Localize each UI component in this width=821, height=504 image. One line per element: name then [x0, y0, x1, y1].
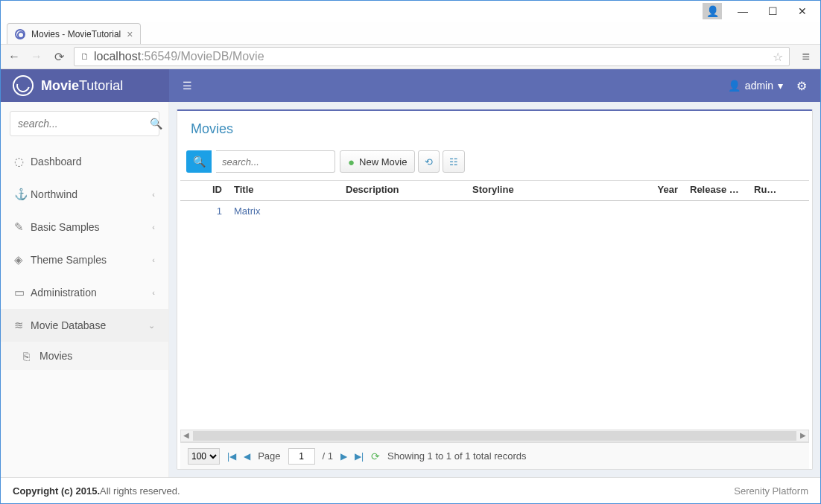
- page-input[interactable]: [288, 448, 315, 465]
- sidebar-item-label: Movie Database: [31, 319, 148, 331]
- user-menu[interactable]: 👤 admin ▾: [728, 80, 783, 92]
- col-year[interactable]: Year: [638, 181, 684, 200]
- bookmark-star-icon[interactable]: ☆: [773, 50, 783, 64]
- grid-search-input[interactable]: [216, 150, 335, 173]
- url-text: localhost:56549/MovieDB/Movie: [94, 50, 264, 63]
- pager-refresh-icon[interactable]: ⟳: [371, 450, 380, 462]
- app-footer: Copyright (c) 2015. All rights reserved.…: [1, 478, 820, 503]
- chevron-down-icon: ⌄: [148, 321, 155, 331]
- pager-next-icon[interactable]: ▶: [340, 451, 347, 462]
- grid-horizontal-scrollbar[interactable]: [180, 430, 809, 442]
- sidebar-search[interactable]: 🔍: [10, 111, 159, 136]
- pager-status: Showing 1 to 1 of 1 total records: [387, 450, 526, 462]
- sidebar-item-administration[interactable]: ▭ Administration ‹: [1, 276, 168, 309]
- caret-down-icon: ▾: [778, 80, 783, 92]
- browser-toolbar: ← → ⟳ 🗋 localhost:56549/MovieDB/Movie ☆ …: [1, 44, 820, 69]
- cell-title: Matrix: [228, 202, 340, 220]
- table-row[interactable]: 1 Matrix: [180, 201, 809, 220]
- sidebar-item-dashboard[interactable]: ◌ Dashboard: [1, 145, 168, 178]
- sidebar-item-theme-samples[interactable]: ◈ Theme Samples ‹: [1, 243, 168, 276]
- user-icon: 👤: [728, 80, 741, 92]
- chevron-left-icon: ‹: [152, 288, 155, 297]
- copyright-rest: All rights reserved.: [100, 485, 180, 497]
- nav-reload-button[interactable]: ⟳: [51, 50, 66, 64]
- nav-back-button[interactable]: ←: [7, 50, 22, 63]
- col-runtime[interactable]: Runtime: [748, 181, 788, 200]
- sidebar-search-input[interactable]: [18, 118, 150, 130]
- movies-panel: Movies 🔍 ● New Movie ⟲ ☷: [177, 109, 813, 470]
- cell-description: [340, 208, 466, 214]
- cell-runtime: [748, 208, 788, 214]
- page-size-select[interactable]: 100: [188, 448, 220, 465]
- new-movie-label: New Movie: [359, 156, 407, 168]
- chevron-left-icon: ‹: [152, 190, 155, 199]
- copyright-bold: Copyright (c) 2015.: [13, 485, 100, 497]
- window-minimize[interactable]: —: [728, 3, 758, 19]
- window-maximize[interactable]: ☐: [758, 3, 787, 19]
- sidebar-item-label: Basic Samples: [31, 221, 152, 233]
- window-titlebar: 👤 — ☐ ✕: [1, 1, 820, 22]
- camera-icon: ⎘: [23, 350, 39, 363]
- movies-grid: ID Title Description Storyline Year Rele…: [177, 180, 812, 469]
- plus-icon: ●: [348, 156, 355, 168]
- pager-last-icon[interactable]: ▶|: [355, 451, 364, 462]
- layers-icon: ≋: [14, 319, 31, 332]
- settings-gear-icon[interactable]: ⚙: [796, 79, 807, 93]
- sidebar-toggle-icon[interactable]: ☰: [183, 80, 192, 92]
- new-movie-button[interactable]: ● New Movie: [340, 150, 415, 173]
- page-label: Page: [258, 450, 280, 462]
- grid-toolbar: 🔍 ● New Movie ⟲ ☷: [177, 147, 812, 180]
- col-storyline[interactable]: Storyline: [466, 181, 638, 200]
- sidebar-item-label: Movies: [39, 350, 155, 362]
- sidebar-item-label: Dashboard: [31, 156, 155, 168]
- sidebar-item-label: Theme Samples: [31, 254, 152, 266]
- sidebar-item-movies[interactable]: ⎘ Movies: [1, 342, 168, 370]
- col-title[interactable]: Title: [228, 181, 340, 200]
- grid-body: 1 Matrix: [180, 201, 809, 428]
- cell-release: [684, 208, 748, 214]
- grid-header: ID Title Description Storyline Year Rele…: [180, 180, 809, 201]
- chevron-left-icon: ‹: [152, 223, 155, 232]
- panel-title: Movies: [177, 111, 812, 147]
- refresh-button[interactable]: ⟲: [418, 150, 440, 173]
- desktop-icon: ▭: [14, 286, 31, 299]
- grid-pager: 100 |◀ ◀ Page / 1 ▶ ▶| ⟳ Showing 1 to 1 …: [180, 442, 809, 469]
- wand-icon: ✎: [14, 220, 31, 234]
- sidebar-item-label: Northwind: [31, 188, 152, 200]
- sidebar: 🔍 ◌ Dashboard ⚓ Northwind ‹ ✎ Basic Samp…: [1, 102, 169, 477]
- brand[interactable]: MovieTutorial: [1, 69, 169, 102]
- main-content: Movies 🔍 ● New Movie ⟲ ☷: [169, 102, 820, 477]
- brand-logo-icon: [13, 75, 34, 96]
- col-description[interactable]: Description: [340, 181, 466, 200]
- nav-forward-button[interactable]: →: [29, 50, 44, 63]
- sidebar-item-movie-database[interactable]: ≋ Movie Database ⌄: [1, 309, 168, 342]
- movie-link[interactable]: Matrix: [234, 205, 260, 217]
- address-bar[interactable]: 🗋 localhost:56549/MovieDB/Movie ☆: [74, 47, 790, 66]
- pager-prev-icon[interactable]: ◀: [244, 451, 250, 462]
- grid-search-button[interactable]: 🔍: [186, 150, 212, 173]
- username-label: admin: [745, 80, 773, 92]
- column-picker-button[interactable]: ☷: [443, 150, 465, 173]
- page-total: / 1: [323, 450, 333, 462]
- col-release-date[interactable]: Release Da...: [684, 181, 748, 200]
- tab-close-icon[interactable]: ×: [127, 28, 133, 40]
- cell-storyline: [466, 208, 638, 214]
- browser-tab[interactable]: Movies - MovieTutorial ×: [7, 23, 141, 44]
- pager-first-icon[interactable]: |◀: [227, 451, 236, 462]
- favicon-icon: [15, 29, 25, 39]
- sidebar-item-label: Administration: [31, 287, 152, 299]
- chevron-left-icon: ‹: [152, 255, 155, 264]
- site-info-icon: 🗋: [80, 51, 89, 62]
- sidebar-item-northwind[interactable]: ⚓ Northwind ‹: [1, 178, 168, 211]
- window-close[interactable]: ✕: [787, 3, 817, 19]
- browser-tab-title: Movies - MovieTutorial: [31, 29, 121, 39]
- browser-tab-strip: Movies - MovieTutorial ×: [1, 22, 820, 44]
- cell-year: [638, 208, 684, 214]
- app-header: MovieTutorial ☰ 👤 admin ▾ ⚙: [1, 69, 820, 102]
- sidebar-item-basic-samples[interactable]: ✎ Basic Samples ‹: [1, 211, 168, 243]
- col-id[interactable]: ID: [180, 181, 228, 200]
- search-icon: 🔍: [150, 118, 162, 130]
- diamond-icon: ◈: [14, 253, 31, 267]
- browser-menu-icon[interactable]: ≡: [797, 49, 814, 65]
- brand-text: MovieTutorial: [41, 78, 123, 94]
